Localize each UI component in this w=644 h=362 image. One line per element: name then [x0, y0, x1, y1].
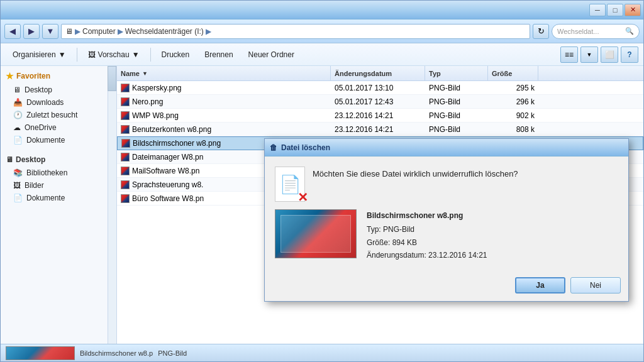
- file-type-cell: PNG-Bild: [425, 97, 488, 106]
- images-icon: 🖼: [13, 181, 21, 190]
- sidebar-scroll-thumb[interactable]: [108, 66, 116, 91]
- col-header-type[interactable]: Typ: [425, 66, 488, 81]
- col-header-size[interactable]: Größe: [488, 66, 538, 81]
- file-name-cell: Benutzerkonten w8.png: [117, 125, 331, 134]
- path-drive: Wechseldatenträger (I:): [125, 27, 204, 36]
- close-button[interactable]: ✕: [625, 4, 641, 16]
- table-row[interactable]: Nero.png05.01.2017 12:43PNG-Bild296 k: [117, 95, 643, 109]
- new-folder-button[interactable]: Neuer Ordner: [242, 46, 301, 63]
- sidebar-scrollbar[interactable]: [108, 66, 116, 344]
- toolbar-right: ≡≡ ▼ ⬜ ?: [560, 47, 638, 63]
- dialog-type: Typ: PNG-Bild: [367, 223, 487, 236]
- dialog-buttons: Ja Nei: [265, 272, 628, 301]
- dialog-preview-row: Bildschirmschoner w8.png Typ: PNG-Bild G…: [275, 209, 618, 262]
- forward-button[interactable]: ▶: [23, 24, 40, 39]
- status-preview-thumbnail: [6, 346, 75, 360]
- desktop-header: 🖥 Desktop: [1, 150, 108, 167]
- dialog-title: 🗑 Datei löschen: [265, 139, 628, 156]
- path-computer: Computer: [82, 27, 116, 36]
- dialog-top: 📄 Möchten Sie diese Datei wirklich unwid…: [275, 167, 618, 202]
- chevron-down-icon2: ▼: [132, 50, 140, 59]
- delete-dialog[interactable]: 🗑 Datei löschen 📄 Möchten Sie diese Date…: [264, 138, 629, 302]
- toolbar: Organisieren ▼ 🖼 Vorschau ▼ Drucken Bren…: [1, 43, 643, 66]
- documents-icon: 📄: [13, 136, 23, 145]
- file-name-cell: WMP W8.png: [117, 111, 331, 120]
- docs-icon: 📄: [13, 194, 23, 202]
- sidebar-item-recent[interactable]: 🕐 Zuletzt besucht: [1, 109, 108, 121]
- recent-icon: 🕐: [13, 111, 23, 119]
- minimize-button[interactable]: ─: [589, 4, 606, 16]
- view-details-button[interactable]: ≡≡: [560, 47, 578, 63]
- dialog-question: Möchten Sie diese Datei wirklich unwider…: [313, 167, 518, 178]
- table-row[interactable]: WMP W8.png23.12.2016 14:21PNG-Bild902 k: [117, 109, 643, 123]
- burn-button[interactable]: Brennen: [197, 46, 240, 63]
- sidebar-item-libraries[interactable]: 📚 Bibliotheken: [1, 167, 108, 179]
- libraries-icon: 📚: [13, 168, 23, 177]
- col-header-name[interactable]: Name ▼: [117, 66, 331, 81]
- table-row[interactable]: Kaspersky.png05.01.2017 13:10PNG-Bild295…: [117, 81, 643, 95]
- organize-button[interactable]: Organisieren ▼: [6, 46, 73, 63]
- sidebar-item-documents[interactable]: 📄 Dokumente: [1, 134, 108, 146]
- sort-icon: ▼: [142, 70, 148, 77]
- file-size-cell: 808 k: [488, 125, 538, 134]
- file-size-cell: 295 k: [488, 84, 538, 92]
- file-date-cell: 05.01.2017 13:10: [331, 84, 425, 92]
- address-bar: ◀ ▶ ▼ 🖥 ▶ Computer ▶ Wechseldatenträger …: [1, 19, 643, 43]
- dialog-preview-image: [275, 209, 357, 258]
- dialog-file-icon: 📄: [275, 167, 305, 202]
- file-doc-icon: 📄: [279, 174, 301, 195]
- dialog-content: 📄 Möchten Sie diese Datei wirklich unwid…: [265, 156, 628, 272]
- sidebar-item-onedrive[interactable]: ☁ OneDrive: [1, 121, 108, 134]
- file-date-cell: 23.12.2016 14:21: [331, 111, 425, 120]
- file-date-cell: 23.12.2016 14:21: [331, 125, 425, 134]
- search-icon: 🔍: [625, 27, 634, 35]
- sidebar-item-downloads[interactable]: 📥 Downloads: [1, 96, 108, 109]
- dialog-date: Änderungsdatum: 23.12.2016 14:21: [367, 249, 487, 261]
- file-size-cell: 902 k: [488, 111, 538, 120]
- file-type-cell: PNG-Bild: [425, 111, 488, 120]
- address-path[interactable]: 🖥 ▶ Computer ▶ Wechseldatenträger (I:) ▶: [61, 24, 530, 39]
- chevron-down-icon: ▼: [58, 50, 66, 59]
- preview-button[interactable]: 🖼 Vorschau ▼: [81, 46, 147, 63]
- preview-inner: [280, 215, 351, 253]
- path-icon: 🖥: [65, 27, 73, 36]
- toolbar-separator: [77, 48, 77, 62]
- file-size-cell: 296 k: [488, 97, 538, 106]
- sidebar-item-docs[interactable]: 📄 Dokumente: [1, 192, 108, 204]
- dialog-no-button[interactable]: Nei: [570, 277, 621, 293]
- downloads-icon: 📥: [13, 98, 23, 107]
- file-name-cell: Kaspersky.png: [117, 84, 331, 92]
- refresh-button[interactable]: ↻: [533, 24, 549, 39]
- desktop-icon: 🖥: [13, 85, 21, 94]
- sidebar: ★ Favoriten 🖥 Desktop 📥 Downloads 🕐 Zule…: [1, 66, 117, 344]
- dialog-filename: Bildschirmschoner w8.png: [367, 209, 487, 222]
- status-filename: Bildschirmschoner w8.p: [80, 349, 153, 357]
- favorites-header: ★ Favoriten: [1, 66, 108, 84]
- file-type-cell: PNG-Bild: [425, 125, 488, 134]
- sidebar-item-desktop[interactable]: 🖥 Desktop: [1, 84, 108, 96]
- title-bar: ─ □ ✕: [1, 1, 643, 19]
- search-placeholder: Wechseldat...: [557, 28, 599, 35]
- table-row[interactable]: Benutzerkonten w8.png23.12.2016 14:21PNG…: [117, 123, 643, 136]
- up-button[interactable]: ▼: [42, 24, 58, 39]
- dialog-file-info: Bildschirmschoner w8.png Typ: PNG-Bild G…: [367, 209, 487, 262]
- back-button[interactable]: ◀: [4, 24, 21, 39]
- file-type-cell: PNG-Bild: [425, 84, 488, 92]
- maximize-button[interactable]: □: [607, 4, 623, 16]
- status-filetype: PNG-Bild: [158, 349, 187, 357]
- preview-icon: 🖼: [88, 50, 96, 59]
- dialog-yes-button[interactable]: Ja: [515, 277, 565, 293]
- sidebar-item-images[interactable]: 🖼 Bilder: [1, 179, 108, 192]
- dialog-size: Größe: 894 KB: [367, 236, 487, 249]
- star-icon: ★: [6, 71, 14, 81]
- col-header-date[interactable]: Änderungsdatum: [331, 66, 425, 81]
- status-bar: Bildschirmschoner w8.p PNG-Bild: [1, 344, 643, 361]
- file-list-header: Name ▼ Änderungsdatum Typ Größe: [117, 66, 643, 81]
- view-large-button[interactable]: ⬜: [601, 47, 618, 63]
- print-button[interactable]: Drucken: [155, 46, 197, 63]
- toolbar-separator2: [150, 48, 151, 62]
- search-box[interactable]: Wechseldat... 🔍: [552, 24, 640, 39]
- view-dropdown-button[interactable]: ▼: [580, 47, 598, 63]
- file-name-cell: Nero.png: [117, 97, 331, 106]
- help-button[interactable]: ?: [621, 47, 638, 63]
